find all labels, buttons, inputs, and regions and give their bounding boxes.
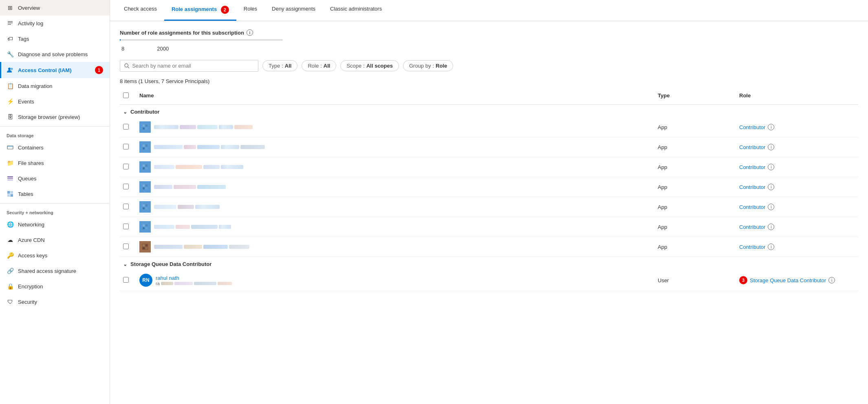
sidebar-item-access-control[interactable]: Access Control (IAM) 1 bbox=[0, 62, 110, 78]
role-link-storage-queue[interactable]: Storage Queue Data Contributor bbox=[750, 277, 826, 283]
svg-rect-19 bbox=[143, 127, 145, 130]
search-input[interactable] bbox=[132, 63, 254, 69]
cell-name-user: RN rahul nath ra bbox=[136, 272, 654, 288]
sidebar-item-shared-access[interactable]: 🔗 Shared access signature bbox=[0, 263, 110, 279]
svg-rect-13 bbox=[11, 194, 13, 197]
sidebar-item-networking[interactable]: 🌐 Networking bbox=[0, 217, 110, 232]
role-assignments-badge: 2 bbox=[221, 6, 229, 14]
cell-role: Contributor i bbox=[736, 202, 858, 212]
cell-checkbox[interactable] bbox=[120, 162, 136, 172]
sidebar-item-containers[interactable]: Containers bbox=[0, 140, 110, 155]
shared-access-icon: 🔗 bbox=[7, 267, 14, 274]
tab-role-assignments[interactable]: Role assignments 2 bbox=[164, 0, 236, 21]
cell-checkbox[interactable] bbox=[120, 222, 136, 232]
diagnose-icon: 🔧 bbox=[7, 50, 14, 58]
cell-checkbox[interactable] bbox=[120, 122, 136, 132]
sidebar-item-overview[interactable]: ⊞ Overview bbox=[0, 0, 110, 15]
row-checkbox[interactable] bbox=[123, 204, 129, 209]
svg-point-14 bbox=[125, 64, 128, 67]
type-filter-pill[interactable]: Type : All bbox=[262, 60, 297, 71]
sidebar-label-shared-access: Shared access signature bbox=[18, 268, 76, 274]
role-link[interactable]: Contributor bbox=[739, 184, 765, 190]
search-box[interactable] bbox=[120, 60, 258, 72]
row-checkbox[interactable] bbox=[123, 124, 129, 130]
sidebar-item-activity-log[interactable]: Activity log bbox=[0, 15, 110, 31]
sidebar-item-azure-cdn[interactable]: ☁ Azure CDN bbox=[0, 232, 110, 248]
role-info-icon-user[interactable]: i bbox=[828, 277, 835, 283]
sidebar-item-tags[interactable]: 🏷 Tags bbox=[0, 31, 110, 46]
svg-rect-40 bbox=[145, 207, 148, 209]
role-link[interactable]: Contributor bbox=[739, 224, 765, 230]
sidebar-item-diagnose[interactable]: 🔧 Diagnose and solve problems bbox=[0, 46, 110, 62]
row-checkbox[interactable] bbox=[123, 164, 129, 169]
role-link[interactable]: Contributor bbox=[739, 144, 765, 150]
cell-role: Contributor i bbox=[736, 182, 858, 192]
role-info-icon[interactable]: i bbox=[768, 164, 774, 170]
sidebar-item-data-migration[interactable]: 📋 Data migration bbox=[0, 78, 110, 94]
row-checkbox[interactable] bbox=[123, 144, 129, 149]
row-checkbox[interactable] bbox=[123, 224, 129, 229]
security-icon: 🛡 bbox=[7, 298, 14, 305]
svg-rect-42 bbox=[143, 224, 145, 226]
sidebar-item-security[interactable]: 🛡 Security bbox=[0, 294, 110, 310]
role-count-section: Number of role assignments for this subs… bbox=[120, 29, 858, 52]
cell-type: App bbox=[654, 222, 736, 232]
cell-type: App bbox=[654, 123, 736, 132]
sidebar-item-queues[interactable]: Queues bbox=[0, 171, 110, 186]
role-info-icon[interactable]: i bbox=[768, 224, 774, 230]
scope-filter-separator: : bbox=[363, 63, 365, 69]
avatar bbox=[139, 181, 151, 193]
role-filter-value: All bbox=[324, 63, 330, 69]
select-all-checkbox[interactable] bbox=[123, 92, 129, 98]
scope-filter-pill[interactable]: Scope : All scopes bbox=[340, 60, 399, 71]
group-header-contributor[interactable]: ⌄ Contributor bbox=[120, 105, 858, 117]
role-info-icon[interactable]: i bbox=[768, 244, 774, 250]
role-link[interactable]: Contributor bbox=[739, 124, 765, 130]
queues-icon bbox=[7, 175, 14, 182]
cell-role-user: 3 Storage Queue Data Contributor i bbox=[736, 274, 858, 286]
group-header-storage-queue[interactable]: ⌄ Storage Queue Data Contributor bbox=[120, 257, 858, 270]
groupby-filter-pill[interactable]: Group by : Role bbox=[403, 60, 453, 71]
role-link[interactable]: Contributor bbox=[739, 244, 765, 250]
role-info-icon[interactable]: i bbox=[768, 204, 774, 210]
role-link[interactable]: Contributor bbox=[739, 164, 765, 170]
svg-rect-38 bbox=[145, 204, 148, 206]
table-container: Name Type Role ⌄ Contributor bbox=[120, 88, 858, 291]
svg-rect-11 bbox=[11, 191, 13, 194]
cell-checkbox[interactable] bbox=[120, 202, 136, 212]
row-checkbox[interactable] bbox=[123, 244, 129, 249]
role-info-icon[interactable]: i bbox=[768, 184, 774, 190]
svg-rect-9 bbox=[7, 180, 13, 181]
role-info-icon[interactable]: i bbox=[768, 144, 774, 150]
svg-rect-20 bbox=[145, 127, 148, 130]
role-link[interactable]: Contributor bbox=[739, 204, 765, 210]
cell-checkbox[interactable] bbox=[120, 242, 136, 252]
cell-checkbox[interactable] bbox=[120, 182, 136, 192]
groupby-filter-label: Group by bbox=[409, 63, 431, 69]
sidebar-item-file-shares[interactable]: 📁 File shares bbox=[0, 155, 110, 171]
sidebar-item-events[interactable]: ⚡ Events bbox=[0, 94, 110, 109]
role-filter-pill[interactable]: Role : All bbox=[302, 60, 336, 71]
row-checkbox[interactable] bbox=[123, 184, 129, 189]
tab-deny-assignments[interactable]: Deny assignments bbox=[264, 0, 323, 21]
tab-check-access[interactable]: Check access bbox=[117, 0, 164, 21]
cell-checkbox[interactable] bbox=[120, 275, 136, 285]
table-row: App Contributor i bbox=[120, 157, 858, 177]
tab-classic-admins[interactable]: Classic administrators bbox=[323, 0, 389, 21]
th-type: Type bbox=[654, 91, 736, 101]
role-count-info-icon[interactable]: i bbox=[247, 29, 253, 36]
sidebar-label-queues: Queues bbox=[18, 176, 37, 182]
table-row: App Contributor i bbox=[120, 197, 858, 217]
sidebar-item-tables[interactable]: Tables bbox=[0, 186, 110, 202]
filters-row: Type : All Role : All Scope : All scopes… bbox=[120, 60, 858, 72]
role-info-icon[interactable]: i bbox=[768, 124, 774, 130]
blurred-name bbox=[154, 185, 226, 189]
cell-checkbox[interactable] bbox=[120, 142, 136, 152]
tab-roles[interactable]: Roles bbox=[236, 0, 264, 21]
row-checkbox-user[interactable] bbox=[123, 277, 129, 283]
sidebar-item-access-keys[interactable]: 🔑 Access keys bbox=[0, 248, 110, 263]
svg-rect-6 bbox=[7, 146, 13, 147]
sidebar-label-activity-log: Activity log bbox=[18, 20, 43, 26]
sidebar-item-storage-browser[interactable]: 🗄 Storage browser (preview) bbox=[0, 109, 110, 125]
sidebar-item-encryption[interactable]: 🔒 Encryption bbox=[0, 279, 110, 294]
